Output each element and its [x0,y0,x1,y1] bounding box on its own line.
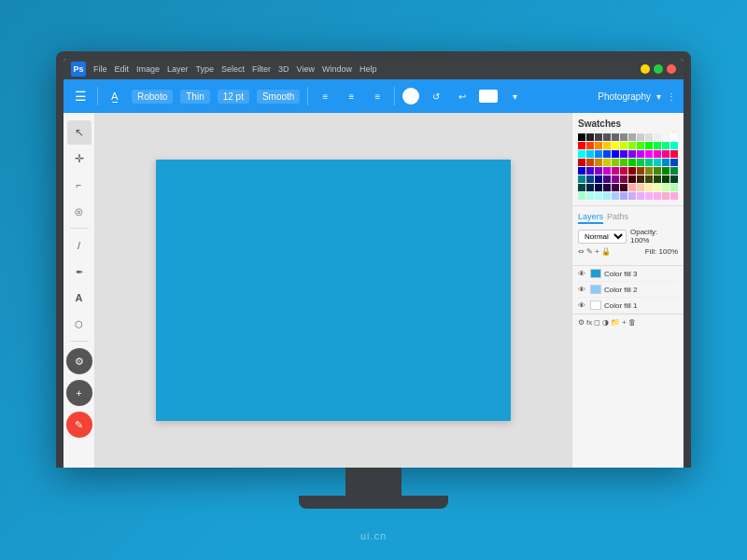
close-button[interactable] [667,64,676,74]
eye-tool[interactable]: ◎ [67,199,92,223]
swatch[interactable] [595,175,602,183]
swatch[interactable] [670,142,678,149]
swatch[interactable] [645,184,653,191]
swatch[interactable] [595,133,602,141]
move-sm-icon[interactable]: + [595,247,599,256]
tab-layers[interactable]: Layers [578,212,603,224]
swatch[interactable] [637,192,644,200]
menu-image[interactable]: Image [136,64,160,74]
warp-icon[interactable]: ↺ [427,87,445,105]
swatch[interactable] [628,159,636,166]
swatch[interactable] [662,192,669,200]
swatch[interactable] [654,133,661,141]
menu-bar[interactable]: File Edit Image Layer Type Select Filter… [93,64,377,74]
swatch[interactable] [628,175,636,183]
swatch[interactable] [612,142,619,149]
swatch[interactable] [645,167,653,175]
menu-window[interactable]: Window [322,64,352,74]
swatches-grid[interactable] [578,133,678,200]
menu-help[interactable]: Help [359,64,377,74]
swatch[interactable] [586,133,594,141]
options-icon[interactable]: ▾ [505,87,524,105]
swatch[interactable] [603,159,611,166]
swatch[interactable] [578,150,585,158]
swatch[interactable] [645,142,653,149]
layer-3-eye-icon[interactable]: 👁 [578,270,587,278]
swatch[interactable] [645,192,653,200]
menu-edit[interactable]: Edit [115,64,130,74]
font-style-selector[interactable]: Smooth [257,90,300,104]
text-tool[interactable]: A [67,286,92,310]
pen-tool[interactable]: ✒ [67,259,92,284]
swatch[interactable] [654,192,661,200]
swatch[interactable] [670,167,678,175]
swatch[interactable] [670,150,678,158]
swatch[interactable] [578,159,585,166]
swatch[interactable] [603,167,611,175]
swatch[interactable] [654,167,661,175]
swatch[interactable] [628,192,636,200]
menu-view[interactable]: View [297,64,315,74]
align-center-icon[interactable]: ≡ [342,87,360,105]
color-rect[interactable] [479,90,498,103]
swatch[interactable] [612,184,619,191]
swatch[interactable] [654,159,661,166]
swatch[interactable] [620,150,627,158]
edit-circle-btn[interactable]: ✎ [66,412,92,438]
swatch[interactable] [595,167,602,175]
swatch[interactable] [603,192,611,200]
swatch[interactable] [670,133,678,141]
menu-layer[interactable]: Layer [167,64,189,74]
swatch[interactable] [654,142,661,149]
swatch[interactable] [670,159,678,166]
swatch[interactable] [662,175,669,183]
swatch[interactable] [620,167,627,175]
swatch[interactable] [670,175,678,183]
swatch[interactable] [620,192,627,200]
tab-paths[interactable]: Paths [607,212,628,224]
swatch[interactable] [586,184,594,191]
swatch[interactable] [670,192,678,200]
lock-icon[interactable]: ⇔ [578,247,585,256]
minimize-button[interactable] [641,64,650,74]
swatch[interactable] [578,133,585,141]
window-controls[interactable] [641,64,676,74]
swatch[interactable] [603,150,611,158]
layer-2-eye-icon[interactable]: 👁 [578,286,587,294]
layer-link-icon[interactable]: ⚙ [578,318,585,327]
swatch[interactable] [637,150,644,158]
swatch[interactable] [586,142,594,149]
shape-tool[interactable]: ⬡ [67,312,92,336]
layers-tabs[interactable]: Layers Paths [578,212,678,224]
swatch[interactable] [603,175,611,183]
swatch[interactable] [603,133,611,141]
layer-delete-icon[interactable]: 🗑 [628,318,636,327]
workspace-label[interactable]: Photography ▾ ⋮ [598,91,676,102]
brush-tool[interactable]: / [67,233,92,258]
swatch[interactable] [637,142,644,149]
swatch[interactable] [578,167,585,175]
swatch[interactable] [654,184,661,191]
toolbar-more-icon[interactable]: ⋮ [667,91,676,102]
menu-filter[interactable]: Filter [252,64,271,74]
swatch[interactable] [628,167,636,175]
swatch[interactable] [645,133,653,141]
swatch[interactable] [603,142,611,149]
swatch[interactable] [645,159,653,166]
swatch[interactable] [645,150,653,158]
lasso-tool[interactable]: ⌐ [67,173,92,197]
move-tool[interactable]: ✛ [67,147,92,171]
menu-select[interactable]: Select [221,64,245,74]
swatch[interactable] [628,150,636,158]
layer-mask-icon[interactable]: ◻ [594,318,600,327]
swatch[interactable] [662,167,669,175]
swatch[interactable] [628,184,636,191]
swatch[interactable] [637,133,644,141]
swatch[interactable] [637,184,644,191]
lock2-icon[interactable]: 🔒 [601,247,611,256]
swatch[interactable] [612,133,619,141]
font-weight-selector[interactable]: Thin [180,90,209,104]
swatch[interactable] [586,175,594,183]
swatch[interactable] [628,133,636,141]
swatch[interactable] [654,150,661,158]
